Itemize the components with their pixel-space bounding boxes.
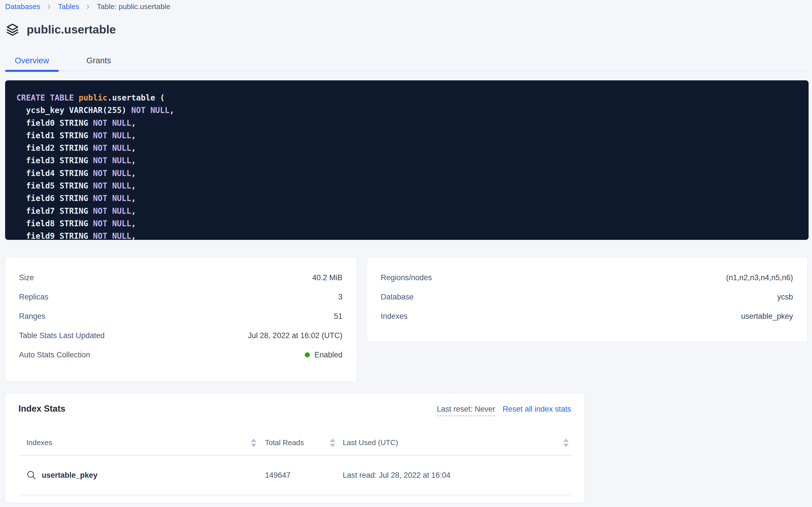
layers-stack-icon — [5, 22, 20, 37]
detail-value: Enabled — [305, 351, 342, 359]
green-status-dot — [305, 352, 310, 357]
detail-row-regions: Regions/nodes (n1,n2,n3,n4,n5,n6) — [381, 268, 793, 287]
breadcrumb-current: Table: public.usertable — [97, 2, 170, 11]
sort-arrows-icon[interactable] — [563, 439, 569, 447]
tab-grants[interactable]: Grants — [73, 51, 124, 70]
detail-row-database: Database ycsb — [381, 287, 793, 306]
breadcrumb-tables[interactable]: Tables — [58, 2, 79, 11]
column-header-indexes[interactable]: Indexes — [18, 438, 265, 447]
sort-arrows-icon[interactable] — [251, 439, 256, 447]
sql-line: field0 STRING NOT NULL, — [16, 117, 809, 129]
sql-line: CREATE TABLE public.usertable ( — [16, 92, 809, 104]
reset-all-index-stats-link[interactable]: Reset all index stats — [502, 405, 571, 413]
column-label: Indexes — [26, 438, 52, 447]
chevron-right-icon — [85, 4, 91, 10]
sql-line: field9 STRING NOT NULL, — [16, 230, 809, 240]
detail-label: Auto Stats Collection — [19, 351, 90, 359]
index-table-header: Indexes Total Reads Last Used (UTC) — [18, 430, 571, 456]
sort-arrows-icon[interactable] — [330, 439, 335, 447]
index-stats-card: Index Stats Last reset: Never Reset all … — [5, 393, 584, 503]
index-stats-title: Index Stats — [18, 404, 65, 414]
status-text: Enabled — [314, 351, 342, 359]
breadcrumb-databases[interactable]: Databases — [5, 2, 40, 11]
detail-value: 40.2 MiB — [312, 273, 342, 282]
column-label: Last Used (UTC) — [343, 438, 398, 447]
detail-label: Regions/nodes — [381, 273, 432, 282]
index-total-reads: 149647 — [265, 471, 343, 480]
column-header-last-used[interactable]: Last Used (UTC) — [343, 438, 571, 447]
detail-row-indexes: Indexes usertable_pkey — [381, 306, 793, 326]
sql-line: field4 STRING NOT NULL, — [16, 167, 809, 180]
detail-value: ycsb — [777, 293, 793, 301]
detail-value: 3 — [338, 293, 342, 301]
detail-label: Database — [381, 293, 414, 301]
index-table-row: usertable_pkey 149647 Last read: Jul 28,… — [18, 456, 571, 495]
detail-value: Jul 28, 2022 at 16:02 (UTC) — [248, 331, 342, 340]
detail-label: Size — [19, 273, 34, 282]
detail-row-replicas: Replicas 3 — [19, 287, 342, 306]
table-details-card: Size 40.2 MiB Replicas 3 Ranges 51 Table… — [5, 257, 357, 382]
detail-label: Replicas — [19, 293, 49, 301]
tab-bar-divider — [5, 70, 807, 71]
detail-value: 51 — [334, 312, 342, 321]
last-reset-tooltip[interactable]: Last reset: Never — [437, 405, 495, 416]
index-last-used: Last read: Jul 28, 2022 at 16:04 — [343, 471, 571, 480]
sql-line: field1 STRING NOT NULL, — [16, 129, 809, 142]
detail-value: (n1,n2,n3,n4,n5,n6) — [726, 273, 793, 282]
detail-row-auto-stats: Auto Stats Collection Enabled — [19, 345, 342, 364]
chevron-right-icon — [46, 4, 52, 10]
detail-row-stats-updated: Table Stats Last Updated Jul 28, 2022 at… — [19, 326, 342, 345]
sql-line: field7 STRING NOT NULL, — [16, 205, 809, 217]
page-title: public.usertable — [27, 23, 116, 36]
sql-line: ycsb_key VARCHAR(255) NOT NULL, — [16, 104, 809, 117]
detail-value: usertable_pkey — [741, 312, 793, 321]
column-label: Total Reads — [265, 438, 304, 447]
detail-label: Indexes — [381, 312, 408, 321]
column-header-total-reads[interactable]: Total Reads — [265, 438, 343, 447]
index-name: usertable_pkey — [42, 471, 98, 480]
sql-line: field2 STRING NOT NULL, — [16, 142, 809, 155]
table-meta-card: Regions/nodes (n1,n2,n3,n4,n5,n6) Databa… — [367, 257, 807, 342]
sql-line: field6 STRING NOT NULL, — [16, 192, 809, 205]
sql-line: field5 STRING NOT NULL, — [16, 180, 809, 192]
tab-overview[interactable]: Overview — [5, 51, 59, 70]
magnifier-icon — [26, 470, 37, 480]
tab-bar: Overview Grants — [0, 51, 812, 71]
detail-row-size: Size 40.2 MiB — [19, 268, 342, 287]
page-header: public.usertable — [5, 22, 116, 37]
sql-line: field3 STRING NOT NULL, — [16, 155, 809, 167]
sql-line: field8 STRING NOT NULL, — [16, 217, 809, 230]
breadcrumb: Databases Tables Table: public.usertable — [5, 2, 170, 11]
create-table-sql-block: CREATE TABLE public.usertable ( ycsb_key… — [5, 80, 809, 240]
active-tab-indicator — [5, 70, 59, 72]
detail-label: Table Stats Last Updated — [19, 331, 105, 340]
detail-row-ranges: Ranges 51 — [19, 306, 342, 326]
detail-label: Ranges — [19, 312, 45, 321]
